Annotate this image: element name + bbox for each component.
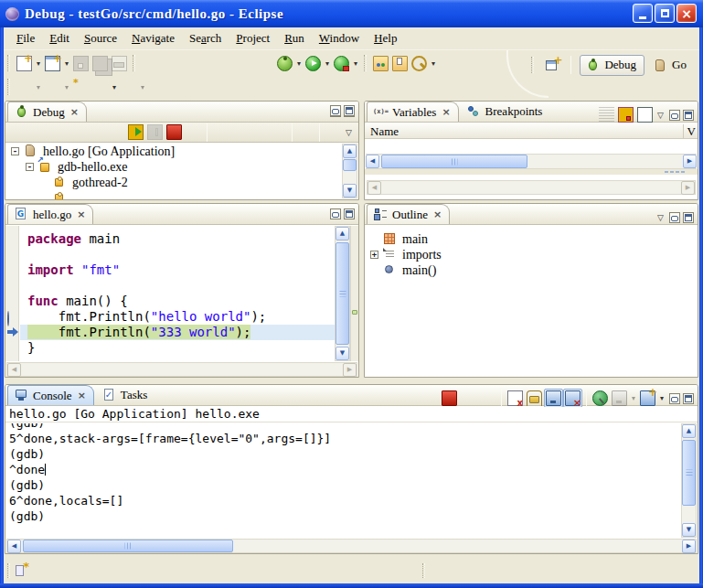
fast-view-icon[interactable] — [14, 563, 29, 579]
expand-expander-icon[interactable]: + — [370, 251, 378, 259]
sash-grip[interactable] — [665, 171, 685, 173]
scroll-left-icon[interactable]: ◀ — [7, 540, 21, 553]
outline-tree[interactable]: main+importsmain() — [365, 231, 696, 377]
outline-extra-button[interactable] — [635, 208, 655, 227]
minimize-button[interactable] — [633, 4, 653, 23]
tab-outline[interactable]: Outline× — [367, 204, 450, 224]
save-all-button[interactable] — [91, 54, 110, 73]
scroll-thumb[interactable] — [343, 159, 357, 171]
menu-project[interactable]: Project — [229, 29, 277, 48]
tree-row[interactable]: main — [365, 231, 696, 247]
clear-console-button[interactable] — [506, 389, 525, 408]
display-selected-console-button[interactable] — [610, 389, 629, 408]
dropdown-arrow-icon[interactable]: ▾ — [34, 83, 43, 91]
show-stderr-button[interactable] — [563, 389, 582, 408]
breakpoint-icon[interactable] — [7, 312, 18, 323]
scroll-right-icon[interactable]: ▶ — [682, 540, 696, 553]
menu-edit[interactable]: Edit — [42, 29, 77, 48]
print-button[interactable] — [110, 54, 129, 73]
terminate-button[interactable] — [440, 389, 459, 408]
remove-launch-button[interactable] — [459, 389, 478, 408]
menu-source[interactable]: Source — [77, 29, 124, 48]
dropdown-arrow-icon[interactable]: ▾ — [62, 83, 71, 91]
perspective-go[interactable]: Go — [649, 56, 690, 75]
step-over-button[interactable] — [230, 123, 250, 142]
variables-hscrollbar[interactable]: ◀ ▶ — [366, 154, 697, 169]
menu-file[interactable]: File — [9, 29, 42, 48]
debug-button[interactable] — [275, 54, 294, 73]
maximize-view-icon[interactable] — [683, 110, 694, 121]
show-stdout-button[interactable] — [544, 389, 563, 408]
step-return-button[interactable] — [250, 123, 269, 142]
editor-hscrollbar[interactable]: ◀ ▶ — [6, 362, 357, 377]
code-editor-area[interactable]: package main import "fmt" func main() { … — [20, 226, 335, 361]
menu-search[interactable]: Search — [182, 29, 229, 48]
terminate-button[interactable] — [165, 123, 184, 142]
last-edit-location-button[interactable] — [71, 78, 91, 97]
debug-tree-vscrollbar[interactable]: ▲ ▼ — [342, 144, 357, 198]
open-resource-button[interactable] — [390, 54, 410, 73]
view-menu-icon[interactable]: ▽ — [655, 213, 666, 222]
close-tab-icon[interactable]: × — [433, 208, 442, 220]
minimize-view-icon[interactable] — [330, 208, 341, 219]
debug-extra-button[interactable] — [324, 123, 343, 142]
open-console-button[interactable] — [638, 389, 657, 408]
debug-tree[interactable]: -hello.go [Go Application]-gdb-hello.exe… — [5, 144, 342, 199]
menu-run[interactable]: Run — [277, 29, 312, 48]
tree-row[interactable]: gothread-2 — [5, 175, 342, 190]
menu-help[interactable]: Help — [367, 29, 404, 48]
dropdown-arrow-icon[interactable]: ▾ — [62, 59, 71, 68]
dropdown-arrow-icon[interactable]: ▾ — [629, 394, 638, 402]
minimize-view-icon[interactable] — [669, 393, 680, 404]
open-type-button[interactable] — [371, 54, 390, 73]
maximize-view-icon[interactable] — [683, 212, 694, 223]
scroll-thumb[interactable] — [336, 242, 349, 345]
close-tab-icon[interactable]: × — [70, 106, 79, 118]
editor-vscrollbar[interactable]: ▲ ▼ — [335, 226, 350, 361]
console-hscrollbar[interactable]: ◀ ▶ — [6, 539, 697, 553]
remove-all-terminated-button[interactable] — [107, 123, 126, 142]
forward-button[interactable] — [119, 78, 138, 97]
dropdown-arrow-icon[interactable]: ▾ — [110, 83, 119, 91]
tab-debug[interactable]: Debug× — [7, 102, 87, 122]
step-into-button[interactable] — [211, 123, 230, 142]
tree-row[interactable]: main() — [365, 262, 696, 278]
maximize-view-icon[interactable] — [344, 208, 355, 219]
tab-hello-go[interactable]: hello.go× — [7, 204, 93, 224]
new-element-button[interactable] — [43, 54, 62, 73]
add-variable-button[interactable] — [616, 105, 635, 124]
maximize-view-icon[interactable] — [344, 105, 355, 116]
collapse-expander-icon[interactable]: - — [26, 163, 34, 171]
scroll-thumb[interactable] — [23, 540, 233, 552]
external-tools-button[interactable] — [332, 54, 351, 73]
close-tab-icon[interactable]: × — [442, 106, 450, 118]
previous-annotation-button[interactable] — [43, 78, 62, 97]
new-wizard-button[interactable] — [15, 54, 34, 73]
title-bar[interactable]: Debug - testGo/src/cmd/hello.go - Eclips… — [0, 0, 703, 27]
perspective-debug[interactable]: Debug — [580, 55, 644, 76]
scroll-thumb[interactable] — [381, 155, 527, 168]
scroll-right-icon[interactable]: ▶ — [683, 155, 697, 168]
close-tab-icon[interactable]: × — [77, 208, 85, 220]
dropdown-arrow-icon[interactable]: ▾ — [294, 59, 304, 68]
dropdown-arrow-icon[interactable]: ▾ — [323, 59, 332, 68]
scroll-down-icon[interactable]: ▼ — [682, 523, 696, 537]
variables-detail-pane[interactable]: ◀ ▶ — [365, 175, 698, 199]
show-type-names-button[interactable] — [597, 105, 616, 124]
close-button[interactable]: × — [676, 4, 697, 23]
maximize-view-icon[interactable] — [683, 393, 694, 404]
resume-button[interactable] — [126, 123, 145, 142]
search-button[interactable] — [410, 54, 429, 73]
dropdown-arrow-icon[interactable]: ▾ — [657, 394, 666, 402]
tree-row[interactable] — [5, 190, 342, 200]
menu-navigate[interactable]: Navigate — [124, 29, 182, 48]
close-tab-icon[interactable]: × — [78, 390, 86, 401]
next-annotation-button[interactable] — [15, 78, 34, 97]
scroll-up-icon[interactable]: ▲ — [682, 424, 696, 438]
variables-column-header[interactable]: Name V — [365, 123, 698, 139]
drop-to-frame-button[interactable] — [269, 123, 288, 142]
console-vscrollbar[interactable]: ▲ ▼ — [681, 423, 697, 538]
scroll-thumb[interactable] — [682, 440, 696, 506]
console-output-area[interactable]: (gdb) 5^done,stack-args=[frame={level="0… — [5, 423, 681, 538]
tab-console[interactable]: Console× — [7, 385, 94, 405]
